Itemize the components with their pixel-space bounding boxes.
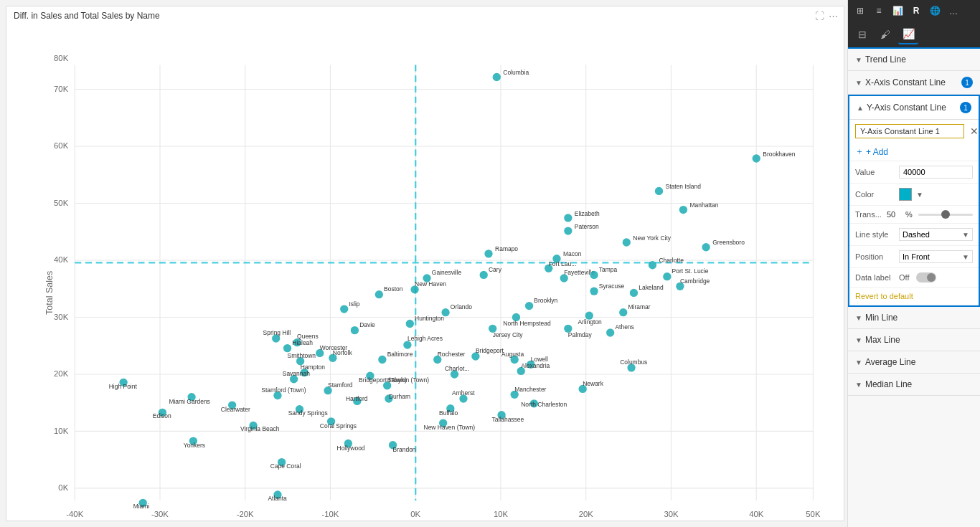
svg-text:30K: 30K <box>664 510 679 518</box>
svg-text:10K: 10K <box>54 427 69 435</box>
line-name-selector: ✕ <box>849 120 979 143</box>
svg-text:Manhattan: Manhattan <box>689 201 718 209</box>
transparency-value: 50 <box>887 210 903 219</box>
svg-text:20K: 20K <box>579 510 594 518</box>
add-line-button[interactable]: ＋ + Add <box>849 143 979 161</box>
toolbar-icon-r[interactable]: R <box>908 3 924 19</box>
toolbar-dots[interactable]: ... <box>946 3 961 19</box>
toolbar-row2: ⊟ 🖌 📈 <box>848 22 980 49</box>
line-name-input[interactable] <box>855 124 964 138</box>
svg-text:New Haven: New Haven <box>415 280 446 288</box>
svg-point-81 <box>630 289 638 297</box>
expand-icon[interactable]: ⛶ <box>815 11 824 22</box>
panel-body: ▼ Trend Line ▼ X-Axis Constant Line 1 ▲ … <box>848 49 980 527</box>
median-line-label: Median Line <box>865 379 912 389</box>
svg-point-95 <box>619 308 627 316</box>
svg-point-41 <box>493 73 501 81</box>
svg-text:-10K: -10K <box>322 510 339 518</box>
x-axis-section[interactable]: ▼ X-Axis Constant Line 1 <box>848 71 980 95</box>
svg-text:Augusta: Augusta <box>501 351 524 358</box>
toolbar-icon-chart[interactable]: 📊 <box>890 3 905 19</box>
close-line-button[interactable]: ✕ <box>967 124 980 138</box>
toolbar2-analytics-icon[interactable]: 📈 <box>898 24 918 44</box>
svg-text:0K: 0K <box>58 483 68 492</box>
svg-point-47 <box>679 206 687 214</box>
svg-point-53 <box>623 238 631 246</box>
line-style-value: Dashed <box>903 230 930 239</box>
svg-text:Bridgeport: Bridgeport <box>476 347 504 354</box>
color-swatch[interactable] <box>899 188 912 201</box>
value-input[interactable] <box>899 166 973 179</box>
svg-text:Manchester: Manchester <box>514 386 546 393</box>
data-label-off: Off <box>899 273 909 282</box>
median-line-section[interactable]: ▼ Median Line <box>848 374 980 396</box>
svg-text:Brookhaven: Brookhaven <box>763 151 795 158</box>
svg-text:Charlot...: Charlot... <box>445 365 469 372</box>
svg-text:Charlotte: Charlotte <box>659 257 684 264</box>
svg-text:40K: 40K <box>749 510 764 518</box>
svg-text:Arlington: Arlington <box>578 318 602 326</box>
svg-point-103 <box>606 328 614 336</box>
toolbar2-format-icon[interactable]: 🖌 <box>875 24 895 44</box>
svg-text:60K: 60K <box>54 141 69 150</box>
color-dropdown-arrow[interactable]: ▼ <box>916 191 923 199</box>
svg-text:Miramar: Miramar <box>628 303 651 310</box>
toolbar2-table-icon[interactable]: ⊟ <box>852 24 872 44</box>
svg-text:Clearwater: Clearwater <box>221 406 250 413</box>
y-axis-section-header[interactable]: ▲ Y-Axis Constant Line 1 <box>849 96 979 120</box>
average-line-section[interactable]: ▼ Average Line <box>848 351 980 374</box>
svg-text:Davie: Davie <box>359 321 375 328</box>
toolbar-icon-globe[interactable]: 🌐 <box>927 3 943 19</box>
svg-text:Rochester: Rochester <box>438 351 466 358</box>
svg-text:New York City: New York City <box>633 234 671 242</box>
svg-text:Alexandria: Alexandria <box>521 362 550 369</box>
svg-point-79 <box>590 287 598 295</box>
max-line-section[interactable]: ▼ Max Line <box>848 329 980 351</box>
toolbar-icon-grid[interactable]: ⊞ <box>852 3 868 19</box>
svg-point-49 <box>564 214 572 222</box>
svg-text:Savannah: Savannah <box>283 370 310 377</box>
max-line-label: Max Line <box>865 335 900 345</box>
svg-text:Sandy Springs: Sandy Springs <box>288 409 328 417</box>
svg-point-45 <box>655 187 663 195</box>
svg-point-55 <box>702 243 710 251</box>
min-line-section[interactable]: ▼ Min Line <box>848 307 980 329</box>
data-label-toggle[interactable] <box>916 272 936 283</box>
line-style-dropdown[interactable]: Dashed ▼ <box>899 228 973 241</box>
y-axis-label: Y-Axis Constant Line <box>867 103 946 113</box>
svg-text:Amherst: Amherst <box>452 389 475 397</box>
data-label-row: Data label Off <box>849 268 979 288</box>
position-value: In Front <box>903 252 930 261</box>
add-icon: ＋ <box>855 146 864 158</box>
position-label: Position <box>855 252 895 261</box>
position-dropdown[interactable]: In Front ▼ <box>899 250 973 263</box>
svg-text:Syracuse: Syracuse <box>599 283 625 290</box>
svg-text:20K: 20K <box>54 369 69 378</box>
svg-text:Palmday: Palmday <box>568 331 593 338</box>
svg-point-43 <box>753 154 760 162</box>
toolbar-icon-table[interactable]: ≡ <box>871 3 887 19</box>
svg-text:Fort Lau...: Fort Lau... <box>549 260 577 267</box>
data-label-label: Data label <box>855 273 895 282</box>
svg-text:Miami: Miami <box>133 503 150 510</box>
svg-text:-40K: -40K <box>66 510 83 518</box>
svg-text:Gainesville: Gainesville <box>432 269 462 276</box>
min-chevron: ▼ <box>855 314 862 322</box>
max-chevron: ▼ <box>855 336 862 344</box>
svg-text:North Charleston: North Charleston <box>521 401 567 408</box>
svg-point-87 <box>525 302 533 310</box>
trend-line-section[interactable]: ▼ Trend Line <box>848 49 980 71</box>
transparency-percent: % <box>905 210 913 219</box>
transparency-slider[interactable] <box>918 214 973 216</box>
more-icon[interactable]: ⋯ <box>829 11 838 22</box>
svg-text:Stamford (Town): Stamford (Town) <box>261 386 306 394</box>
revert-link[interactable]: Revert to default <box>849 288 979 305</box>
svg-point-83 <box>375 290 383 298</box>
svg-text:Hartford: Hartford <box>346 395 368 402</box>
svg-text:Baltimore: Baltimore <box>387 351 413 358</box>
slider-thumb[interactable] <box>941 210 950 219</box>
svg-point-97 <box>406 320 414 328</box>
svg-text:Spring Hill: Spring Hill <box>263 329 291 336</box>
svg-text:Babylon (Town): Babylon (Town) <box>387 376 430 384</box>
svg-point-71 <box>590 271 598 279</box>
